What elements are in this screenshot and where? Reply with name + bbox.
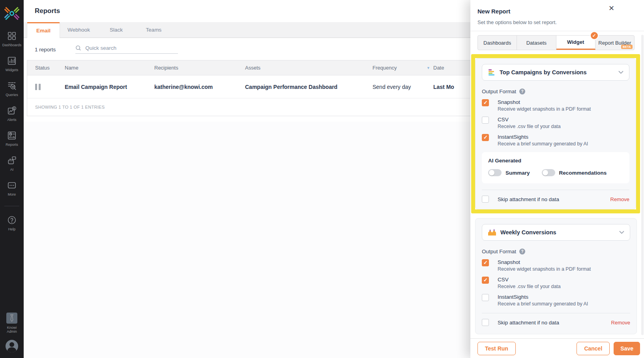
sidebar-item-label: Help bbox=[8, 227, 16, 231]
widget-select-1[interactable]: Top Campaigns by Conversions bbox=[482, 64, 629, 81]
search-input[interactable] bbox=[85, 45, 172, 51]
option-desc: Receive a brief summary generated by AI bbox=[498, 141, 588, 147]
sidebar-item-knowi-admin[interactable]: Knowi Admin bbox=[3, 313, 21, 334]
panel-tab-report-builder[interactable]: Report Builder BETA bbox=[595, 36, 634, 50]
sort-icon[interactable]: ▼ bbox=[427, 66, 430, 70]
sidebar-item-label: Widgets bbox=[6, 68, 19, 72]
sidebar-item-help[interactable]: Help bbox=[7, 215, 17, 231]
output-format-label: Output Format bbox=[482, 89, 516, 94]
alerts-icon bbox=[7, 106, 17, 116]
recommendations-toggle[interactable] bbox=[542, 169, 555, 176]
search-icon bbox=[75, 45, 81, 51]
widget-card-1: Top Campaigns by Conversions Output Form… bbox=[475, 58, 636, 209]
sidebar-item-ai[interactable]: AI bbox=[7, 155, 17, 171]
sidebar-item-more[interactable]: More bbox=[7, 180, 17, 196]
user-avatar[interactable] bbox=[6, 340, 18, 352]
queries-icon bbox=[7, 81, 17, 91]
option-label: InstantSights bbox=[498, 294, 588, 300]
option-desc: Receive .csv file of your data bbox=[498, 124, 561, 129]
reports-count: 1 reports bbox=[35, 47, 56, 53]
sidebar: Dashboards Widgets Queries Alerts Report… bbox=[0, 0, 24, 358]
skip-attachment-label: Skip attachment if no data bbox=[498, 320, 559, 326]
dashboards-icon bbox=[7, 31, 17, 41]
col-recipients[interactable]: Recipients bbox=[154, 65, 245, 71]
col-status[interactable]: Status bbox=[27, 65, 65, 71]
widget-select-2[interactable]: Weekly Conversions bbox=[482, 224, 630, 241]
new-report-panel: ✕ New Report Set the options below to se… bbox=[470, 0, 644, 358]
highlight-annotation: Top Campaigns by Conversions Output Form… bbox=[471, 54, 640, 213]
save-button[interactable]: Save bbox=[614, 342, 640, 355]
option-desc: Receive a brief summary generated by AI bbox=[498, 301, 588, 307]
summary-toggle-item: Summary bbox=[488, 169, 530, 176]
output-format-label: Output Format bbox=[482, 249, 516, 254]
instantsights-checkbox[interactable] bbox=[482, 134, 489, 141]
option-label: CSV bbox=[498, 117, 561, 122]
sidebar-item-widgets[interactable]: Widgets bbox=[6, 56, 19, 72]
ai-generated-title: AI Generated bbox=[488, 158, 623, 164]
widget-name: Top Campaigns by Conversions bbox=[500, 69, 587, 75]
panel-tab-label: Widget bbox=[567, 39, 584, 45]
pause-icon[interactable] bbox=[35, 84, 65, 90]
col-name[interactable]: Name bbox=[65, 65, 154, 71]
sidebar-item-label: Dashboards bbox=[2, 43, 22, 47]
horizontal-bar-chart-icon bbox=[488, 68, 496, 76]
sidebar-item-reports[interactable]: Reports bbox=[6, 130, 18, 147]
tab-webhook[interactable]: Webhook bbox=[60, 22, 97, 38]
skip-attachment-checkbox[interactable] bbox=[482, 319, 489, 326]
remove-widget-link[interactable]: Remove bbox=[611, 320, 630, 326]
option-instantsights: InstantSights Receive a brief summary ge… bbox=[482, 294, 630, 307]
admin-tie-icon bbox=[6, 313, 17, 324]
tab-label: Slack bbox=[110, 27, 123, 33]
option-snapshot: Snapshot Receive widget snapshots in a P… bbox=[482, 99, 629, 112]
skip-attachment-row: Skip attachment if no data Remove bbox=[482, 313, 630, 331]
more-icon bbox=[7, 180, 17, 190]
snapshot-checkbox[interactable] bbox=[482, 99, 489, 106]
knowi-logo-icon bbox=[3, 5, 21, 22]
col-frequency[interactable]: Frequency ▼ bbox=[373, 65, 433, 71]
csv-checkbox[interactable] bbox=[482, 117, 489, 124]
test-run-button[interactable]: Test Run bbox=[477, 342, 516, 355]
report-assets: Campaign Performance Dashboard bbox=[245, 84, 373, 90]
tab-email[interactable]: Email bbox=[27, 22, 60, 38]
area-chart-icon bbox=[488, 229, 496, 236]
col-assets[interactable]: Assets bbox=[245, 65, 373, 71]
col-label: Frequency bbox=[373, 65, 397, 71]
tab-label: Webhook bbox=[67, 27, 90, 33]
report-name[interactable]: Email Campaign Report bbox=[65, 84, 154, 90]
help-circle-icon[interactable]: ? bbox=[519, 249, 525, 254]
remove-widget-link[interactable]: Remove bbox=[610, 196, 629, 202]
tab-slack[interactable]: Slack bbox=[97, 22, 135, 38]
panel-tab-datasets[interactable]: Datasets bbox=[517, 36, 556, 50]
snapshot-checkbox[interactable] bbox=[482, 259, 489, 266]
help-icon bbox=[7, 215, 17, 225]
tab-teams[interactable]: Teams bbox=[135, 22, 172, 38]
instantsights-checkbox[interactable] bbox=[482, 294, 489, 301]
widget-name: Weekly Conversions bbox=[500, 229, 556, 236]
panel-tab-dashboards[interactable]: Dashboards bbox=[478, 36, 517, 50]
panel-tabs: Dashboards Datasets Widget ✓ Report Buil… bbox=[477, 35, 635, 50]
sidebar-item-label: Knowi Admin bbox=[3, 326, 21, 334]
beta-badge: BETA bbox=[621, 45, 633, 49]
panel-scrollbar[interactable] bbox=[641, 35, 644, 335]
option-label: CSV bbox=[498, 277, 561, 283]
option-label: Snapshot bbox=[498, 99, 591, 105]
toggle-label: Summary bbox=[505, 170, 530, 176]
panel-tab-widget[interactable]: Widget ✓ bbox=[556, 36, 595, 50]
sidebar-item-queries[interactable]: Queries bbox=[6, 81, 18, 97]
cancel-button[interactable]: Cancel bbox=[577, 342, 610, 355]
sidebar-item-alerts[interactable]: Alerts bbox=[7, 106, 17, 122]
toggle-label: Recommendations bbox=[559, 170, 607, 176]
report-frequency: Send every day bbox=[373, 84, 433, 90]
panel-tab-label: Datasets bbox=[526, 40, 547, 46]
skip-attachment-checkbox[interactable] bbox=[482, 196, 489, 203]
option-desc: Receive .csv file of your data bbox=[498, 284, 561, 289]
summary-toggle[interactable] bbox=[488, 169, 502, 176]
csv-checkbox[interactable] bbox=[482, 277, 489, 284]
panel-subtitle: Set the options below to set report. bbox=[477, 19, 635, 25]
close-icon[interactable]: ✕ bbox=[608, 4, 614, 13]
sidebar-item-dashboards[interactable]: Dashboards bbox=[2, 31, 22, 47]
help-circle-icon[interactable]: ? bbox=[519, 89, 525, 94]
option-label: Snapshot bbox=[498, 259, 591, 265]
skip-attachment-row: Skip attachment if no data Remove bbox=[482, 190, 629, 207]
option-desc: Receive widget snapshots in a PDF format bbox=[498, 266, 591, 272]
